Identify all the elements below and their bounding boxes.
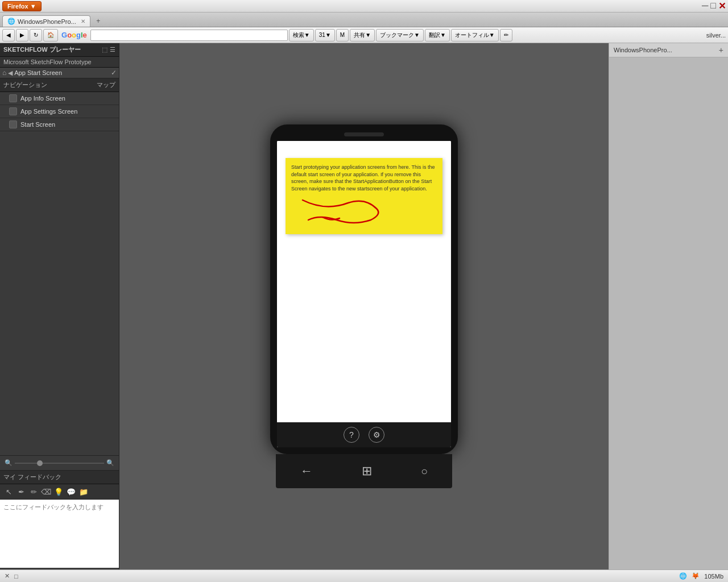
right-panel: WindowsPhonePro... + bbox=[609, 43, 728, 569]
bulb-icon[interactable]: 💡 bbox=[53, 487, 64, 497]
status-left: ✕ □ bbox=[5, 572, 18, 580]
status-square-icon[interactable]: □ bbox=[14, 573, 18, 580]
screen-body: Start prototyping your application scree… bbox=[277, 141, 451, 422]
nav-label: ナビゲーション bbox=[3, 81, 47, 89]
nav-text-app-info: App Info Screen bbox=[20, 95, 65, 102]
home-button[interactable]: 🏠 bbox=[43, 29, 58, 41]
address-bar[interactable] bbox=[90, 30, 288, 41]
globe-icon: 🌐 bbox=[679, 572, 687, 580]
folder-icon[interactable]: 📁 bbox=[78, 487, 89, 497]
back-button[interactable]: ◀ bbox=[2, 29, 15, 41]
nav-item-start-screen[interactable]: Start Screen bbox=[0, 118, 119, 131]
nav-text-app-settings: App Settings Screen bbox=[20, 108, 77, 115]
firefox-button[interactable]: Firefox ▼ bbox=[2, 1, 42, 11]
phone-speaker bbox=[344, 132, 384, 136]
status-bar: ✕ □ 🌐 🦊 105Mb bbox=[0, 569, 728, 582]
right-tab-label: WindowsPhonePro... bbox=[614, 47, 672, 53]
breadcrumb-arrow: ◀ bbox=[8, 69, 13, 77]
check-icon: ✓ bbox=[111, 69, 117, 77]
feedback-header: マイ フィードバック bbox=[0, 471, 119, 484]
feedback-title: マイ フィードバック bbox=[3, 473, 61, 481]
search-nav-button[interactable]: ○ bbox=[421, 465, 428, 478]
firefox-status-icon: 🦊 bbox=[692, 572, 700, 580]
sketchflow-icons: ⬚ ☰ bbox=[102, 46, 115, 53]
center-area: Start prototyping your application scree… bbox=[119, 43, 609, 569]
highlight-tool[interactable]: ✏ bbox=[28, 487, 39, 497]
expand-icon[interactable]: ⬚ bbox=[102, 46, 107, 53]
nav-icon-app-info bbox=[9, 94, 17, 102]
map-label[interactable]: マップ bbox=[97, 81, 115, 89]
zoom-handle[interactable] bbox=[37, 460, 43, 466]
nav-item-app-settings[interactable]: App Settings Screen bbox=[0, 105, 119, 118]
feedback-tools: ↖ ✒ ✏ ⌫ 💡 💬 📁 bbox=[0, 484, 119, 500]
google-logo: Google bbox=[61, 31, 87, 39]
zoom-bar: 🔍 🔍 bbox=[0, 455, 119, 470]
windows-nav-button[interactable]: ⊞ bbox=[362, 464, 372, 479]
active-tab[interactable]: 🌐 WindowsPhonePro... ✕ bbox=[2, 15, 90, 27]
right-plus-button[interactable]: + bbox=[719, 45, 723, 55]
maximize-button[interactable]: □ bbox=[710, 1, 716, 11]
reload-button[interactable]: ↻ bbox=[30, 29, 42, 41]
feedback-section: マイ フィードバック ↖ ✒ ✏ ⌫ 💡 💬 📁 bbox=[0, 470, 119, 569]
red-doodle bbox=[291, 194, 405, 228]
settings-icon[interactable]: ☰ bbox=[110, 46, 115, 53]
comment-icon[interactable]: 💬 bbox=[66, 487, 76, 497]
left-panel: SKETCHFLOW プレーヤー ⬚ ☰ Microsoft SketchFlo… bbox=[0, 43, 119, 569]
tab-favicon: 🌐 bbox=[7, 18, 15, 25]
cursor-tool[interactable]: ↖ bbox=[3, 487, 14, 497]
tab-label: WindowsPhonePro... bbox=[18, 18, 76, 25]
phone-mockup: Start prototyping your application scree… bbox=[270, 124, 458, 488]
autofill-button[interactable]: オートフィル▼ bbox=[451, 29, 499, 41]
nav-buttons: ◀ ▶ ↻ 🏠 bbox=[2, 29, 58, 41]
zoom-slider[interactable] bbox=[15, 463, 104, 464]
minimize-button[interactable]: ─ bbox=[702, 1, 708, 11]
mail-button[interactable]: M bbox=[336, 29, 349, 41]
calendar-button[interactable]: 31▼ bbox=[315, 29, 335, 41]
toolbar: ◀ ▶ ↻ 🏠 Google 検索▼ 31▼ M 共有▼ ブックマーク▼ 翻訳▼… bbox=[0, 27, 728, 43]
memory-label: 105Mb bbox=[704, 573, 723, 580]
browser-titlebar: Firefox ▼ ─ □ ✕ bbox=[0, 0, 728, 13]
sketchflow-title: SKETCHFLOW プレーヤー bbox=[3, 45, 81, 54]
phone-nav-bar: ← ⊞ ○ bbox=[276, 454, 452, 488]
pen-tool[interactable]: ✒ bbox=[16, 487, 26, 497]
info-button[interactable]: ? bbox=[344, 427, 359, 443]
app-start-label: App Start Screen bbox=[14, 69, 109, 76]
right-tab: WindowsPhonePro... + bbox=[609, 43, 728, 57]
tab-bar: 🌐 WindowsPhonePro... ✕ + bbox=[0, 13, 728, 27]
status-x-icon[interactable]: ✕ bbox=[5, 572, 10, 580]
nav-icon-app-settings bbox=[9, 107, 17, 115]
translate-button[interactable]: 翻訳▼ bbox=[425, 29, 450, 41]
bookmark-button[interactable]: ブックマーク▼ bbox=[376, 29, 424, 41]
phone-screen: Start prototyping your application scree… bbox=[277, 141, 451, 447]
settings-button[interactable]: ⚙ bbox=[369, 427, 384, 443]
forward-button[interactable]: ▶ bbox=[16, 29, 28, 41]
pen-button[interactable]: ✏ bbox=[500, 29, 512, 41]
right-content bbox=[609, 57, 728, 569]
search-button[interactable]: 検索▼ bbox=[289, 29, 314, 41]
nav-item-app-info[interactable]: App Info Screen bbox=[0, 92, 119, 105]
feedback-input[interactable] bbox=[0, 500, 119, 568]
sticky-note: Start prototyping your application scree… bbox=[286, 158, 442, 234]
sketchflow-header: SKETCHFLOW プレーヤー ⬚ ☰ bbox=[0, 43, 119, 57]
app-start-bar[interactable]: ⌂ ◀ App Start Screen ✓ bbox=[0, 68, 119, 78]
zoom-out-icon[interactable]: 🔍 bbox=[5, 459, 13, 467]
sticky-note-text: Start prototyping your application scree… bbox=[291, 164, 435, 192]
status-right: 🌐 🦊 105Mb bbox=[679, 572, 723, 580]
nav-text-start-screen: Start Screen bbox=[20, 121, 55, 128]
user-label: silver... bbox=[706, 32, 726, 39]
new-tab-button[interactable]: + bbox=[93, 15, 104, 27]
phone-app-bar: ? ⚙ bbox=[277, 422, 451, 447]
nav-icon-start-screen bbox=[9, 120, 17, 128]
erase-tool[interactable]: ⌫ bbox=[41, 487, 51, 497]
back-nav-button[interactable]: ← bbox=[300, 464, 313, 479]
nav-section: ナビゲーション マップ bbox=[0, 78, 119, 92]
close-button[interactable]: ✕ bbox=[718, 1, 726, 11]
share-button[interactable]: 共有▼ bbox=[350, 29, 375, 41]
tab-close[interactable]: ✕ bbox=[81, 18, 85, 24]
phone-body: Start prototyping your application scree… bbox=[270, 124, 458, 454]
home-icon: ⌂ bbox=[2, 69, 6, 77]
ms-title: Microsoft SketchFlow Prototype bbox=[0, 57, 119, 68]
zoom-in-icon[interactable]: 🔍 bbox=[106, 459, 114, 467]
